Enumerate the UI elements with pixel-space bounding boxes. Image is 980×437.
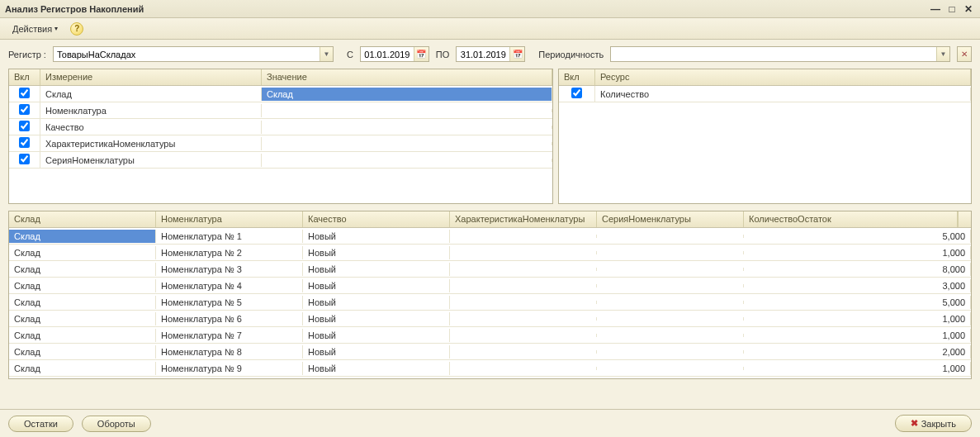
window-controls: — □ ✕	[929, 3, 975, 15]
col-header-sklad[interactable]: Склад	[9, 211, 156, 227]
minimize-button[interactable]: —	[929, 3, 942, 15]
resources-header: Вкл Ресурс	[559, 69, 971, 86]
periodicity-input[interactable]	[611, 50, 936, 59]
date-to-input[interactable]	[457, 50, 509, 59]
row-dimension: СерияНоменклатуры	[40, 154, 262, 167]
cell-nomenklatura: Номенклатура № 8	[156, 345, 303, 359]
balances-button[interactable]: Остатки	[8, 416, 73, 432]
cell-sklad: Склад	[9, 296, 156, 309]
date-to-field[interactable]: 📅	[456, 46, 525, 62]
row-checkbox[interactable]	[19, 137, 30, 148]
cell-series	[597, 334, 744, 337]
col-header-incl[interactable]: Вкл	[559, 69, 595, 85]
row-checkbox-cell	[559, 86, 595, 102]
cell-series	[597, 268, 744, 271]
periodicity-combo[interactable]: ▼	[610, 46, 950, 62]
row-checkbox[interactable]	[19, 121, 30, 131]
col-header-characteristic[interactable]: ХарактеристикаНоменклатуры	[450, 211, 597, 227]
cell-series	[597, 284, 744, 287]
cell-characteristic	[450, 235, 597, 238]
col-header-nomenklatura[interactable]: Номенклатура	[156, 211, 303, 227]
col-header-quality[interactable]: Качество	[303, 211, 450, 227]
data-grid: Склад Номенклатура Качество Характеристи…	[8, 211, 972, 379]
dimensions-header: Вкл Измерение Значение	[9, 69, 552, 86]
date-from-input[interactable]	[361, 50, 414, 59]
cell-quality: Новый	[303, 230, 450, 243]
close-icon: ✖	[911, 418, 918, 429]
data-row[interactable]: СкладНоменклатура № 3Новый8,000	[9, 261, 971, 278]
close-button[interactable]: ✖ Закрыть	[895, 415, 972, 432]
scrollbar-stub[interactable]	[958, 211, 971, 227]
dimensions-row[interactable]: СкладСклад	[9, 86, 552, 102]
data-row[interactable]: СкладНоменклатура № 1Новый5,000	[9, 228, 971, 245]
data-row[interactable]: СкладНоменклатура № 4Новый3,000	[9, 278, 971, 294]
cell-characteristic	[450, 317, 597, 321]
register-combo[interactable]: ▼	[53, 46, 334, 62]
data-row[interactable]: СкладНоменклатура № 9Новый1,000	[9, 360, 971, 377]
cell-quality: Новый	[303, 329, 450, 342]
periodicity-dropdown-icon[interactable]: ▼	[936, 47, 949, 61]
cell-nomenklatura: Номенклатура № 1	[156, 230, 303, 243]
cell-balance: 1,000	[744, 312, 971, 325]
calendar-icon[interactable]: 📅	[414, 47, 428, 61]
row-dimension: ХарактеристикаНоменклатуры	[40, 137, 262, 150]
row-dimension: Качество	[40, 121, 262, 134]
clear-periodicity-button[interactable]: ✕	[957, 46, 972, 62]
help-icon[interactable]: ?	[70, 22, 83, 36]
titlebar: Анализ Регистров Накоплений — □ ✕	[0, 0, 980, 18]
col-header-value[interactable]: Значение	[262, 69, 552, 85]
row-value[interactable]: Склад	[262, 88, 552, 101]
row-value[interactable]	[262, 109, 552, 112]
dimensions-row[interactable]: Качество	[9, 119, 552, 135]
cell-nomenklatura: Номенклатура № 3	[156, 263, 303, 276]
data-body: СкладНоменклатура № 1Новый5,000СкладНоме…	[9, 228, 971, 378]
col-header-resource[interactable]: Ресурс	[595, 69, 971, 85]
cell-characteristic	[450, 268, 597, 271]
data-row[interactable]: СкладНоменклатура № 8Новый2,000	[9, 344, 971, 360]
dimensions-row[interactable]: СерияНоменклатуры	[9, 152, 552, 169]
row-checkbox-cell	[9, 152, 40, 168]
cell-quality: Новый	[303, 279, 450, 292]
data-row[interactable]: СкладНоменклатура № 6Новый1,000	[9, 311, 971, 327]
cell-nomenklatura: Номенклатура № 5	[156, 296, 303, 309]
col-header-incl[interactable]: Вкл	[9, 69, 40, 85]
cell-balance: 8,000	[744, 263, 971, 276]
row-checkbox[interactable]	[19, 88, 30, 98]
close-window-button[interactable]: ✕	[962, 3, 975, 15]
periodicity-label: Периодичность	[538, 50, 604, 59]
col-header-series[interactable]: СерияНоменклатуры	[597, 211, 744, 227]
register-input[interactable]	[54, 50, 320, 59]
cell-nomenklatura: Номенклатура № 4	[156, 279, 303, 292]
row-checkbox[interactable]	[571, 88, 582, 98]
cell-characteristic	[450, 334, 597, 337]
row-checkbox[interactable]	[19, 104, 30, 115]
col-header-dimension[interactable]: Измерение	[40, 69, 262, 85]
cell-series	[597, 317, 744, 321]
cell-quality: Новый	[303, 296, 450, 309]
col-header-balance[interactable]: КоличествоОстаток	[744, 211, 958, 227]
resources-row[interactable]: Количество	[559, 86, 971, 102]
config-panels: Вкл Измерение Значение СкладСкладНоменкл…	[0, 69, 980, 204]
row-checkbox[interactable]	[19, 154, 30, 164]
cell-balance: 5,000	[744, 296, 971, 309]
data-row[interactable]: СкладНоменклатура № 2Новый1,000	[9, 245, 971, 261]
register-dropdown-icon[interactable]: ▼	[320, 47, 333, 61]
row-checkbox-cell	[9, 119, 40, 135]
row-checkbox-cell	[9, 86, 40, 102]
row-value[interactable]	[262, 142, 552, 145]
calendar-icon[interactable]: 📅	[509, 47, 524, 61]
maximize-button[interactable]: □	[945, 3, 959, 15]
data-row[interactable]: СкладНоменклатура № 5Новый5,000	[9, 294, 971, 311]
row-value[interactable]	[262, 126, 552, 129]
cell-quality: Новый	[303, 246, 450, 259]
cell-sklad: Склад	[9, 312, 156, 325]
row-value[interactable]	[262, 159, 552, 162]
dimensions-row[interactable]: ХарактеристикаНоменклатуры	[9, 135, 552, 152]
date-from-field[interactable]: 📅	[360, 46, 429, 62]
footer: Остатки Обороты ✖ Закрыть	[0, 409, 980, 437]
row-checkbox-cell	[9, 102, 40, 118]
data-row[interactable]: СкладНоменклатура № 7Новый1,000	[9, 327, 971, 344]
turnovers-button[interactable]: Обороты	[82, 416, 151, 432]
dimensions-row[interactable]: Номенклатура	[9, 102, 552, 119]
actions-menu-button[interactable]: Действия ▾	[5, 21, 65, 36]
